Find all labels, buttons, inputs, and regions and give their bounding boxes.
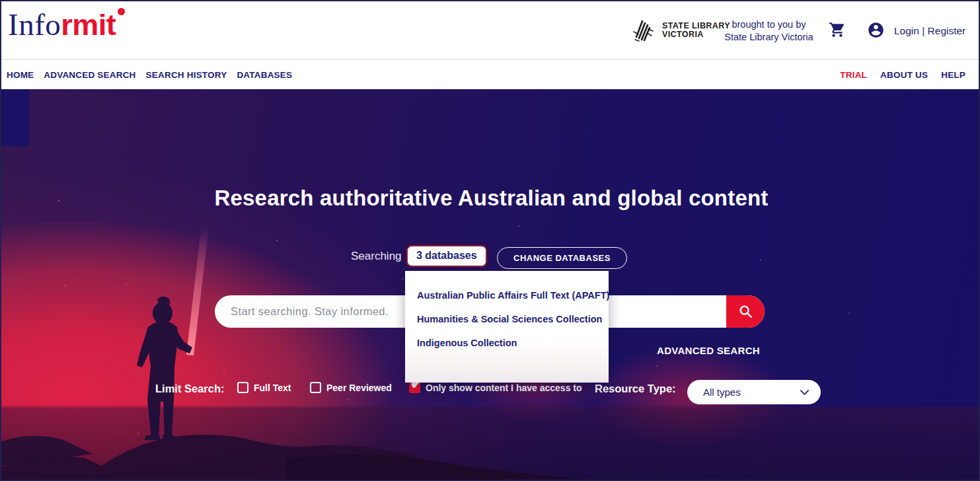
chevron-down-icon [800, 389, 810, 396]
resource-type-value: All types [687, 387, 741, 398]
search-button[interactable] [726, 295, 765, 328]
nav-item-advanced-search[interactable]: ADVANCED SEARCH [44, 70, 135, 80]
filter-full-text[interactable]: ✔ Full Text [237, 382, 291, 393]
login-register-link[interactable]: Login | Register [894, 25, 965, 37]
filter-label-peer-reviewed: Peer Reviewed [326, 383, 392, 393]
nav-item-help[interactable]: HELP [941, 70, 965, 80]
logo-ring-icon [118, 8, 125, 15]
cart-icon[interactable] [829, 21, 846, 38]
searching-label: Searching [351, 250, 402, 263]
database-item-apaft[interactable]: Australian Public Affairs Full Text (APA… [405, 283, 609, 307]
nav-item-search-history[interactable]: SEARCH HISTORY [146, 70, 227, 80]
database-dropdown-panel: Australian Public Affairs Full Text (APA… [405, 271, 609, 383]
person-silhouette [137, 297, 192, 440]
nav-item-home[interactable]: HOME [7, 70, 34, 80]
checkbox-peer-reviewed[interactable]: ✔ [310, 382, 321, 393]
nav-right: TRIAL ABOUT US HELP [840, 70, 979, 80]
nav-item-about-us[interactable]: ABOUT US [880, 70, 928, 80]
filter-label-full-text: Full Text [254, 383, 291, 393]
state-library-victoria-icon [631, 17, 658, 44]
database-item-humanities[interactable]: Humanities & Social Sciences Collection [405, 307, 609, 331]
light-beam [186, 225, 209, 355]
search-icon [738, 304, 753, 319]
logo-text-info: Info [8, 7, 61, 42]
hero-section: Research authoritative Australian and gl… [1, 89, 980, 481]
header: Informit STATE LIBRARY VICTO [1, 1, 979, 59]
database-count-button[interactable]: 3 databases [406, 245, 487, 267]
database-item-indigenous[interactable]: Indigenous Collection [405, 331, 609, 355]
hero-heading: Research authoritative Australian and gl… [1, 186, 980, 211]
filter-label-access-only: Only show content I have access to [426, 383, 582, 393]
limit-search-label: Limit Search: [155, 383, 225, 395]
resource-type-select[interactable]: All types [687, 380, 821, 404]
filter-access-only[interactable]: ✔ Only show content I have access to [409, 382, 582, 393]
logo-text-rmit: rmit [61, 8, 116, 42]
nav-item-databases[interactable]: DATABASES [237, 70, 292, 80]
account-icon[interactable] [867, 21, 885, 39]
checkbox-full-text[interactable]: ✔ [237, 382, 248, 393]
state-library-victoria-logo: STATE LIBRARY VICTORIA [631, 17, 730, 44]
tagline-line1: brought to you by [724, 18, 814, 31]
advanced-search-link[interactable]: ADVANCED SEARCH [657, 345, 760, 356]
main-nav: HOME ADVANCED SEARCH SEARCH HISTORY DATA… [1, 60, 979, 89]
slv-logo-line2: VICTORIA [662, 30, 730, 39]
informit-homepage: Informit STATE LIBRARY VICTO [0, 0, 980, 481]
nav-left: HOME ADVANCED SEARCH SEARCH HISTORY DATA… [1, 70, 292, 80]
nav-item-trial[interactable]: TRIAL [840, 70, 867, 80]
tagline-line2: State Library Victoria [724, 31, 814, 44]
informit-logo[interactable]: Informit [8, 7, 125, 42]
filter-peer-reviewed[interactable]: ✔ Peer Reviewed [310, 382, 392, 393]
checkbox-access-only[interactable]: ✔ [409, 382, 420, 393]
brought-to-you-by: brought to you by State Library Victoria [724, 18, 814, 44]
change-databases-button[interactable]: CHANGE DATABASES [497, 247, 627, 269]
resource-type-label: Resource Type: [595, 383, 676, 395]
